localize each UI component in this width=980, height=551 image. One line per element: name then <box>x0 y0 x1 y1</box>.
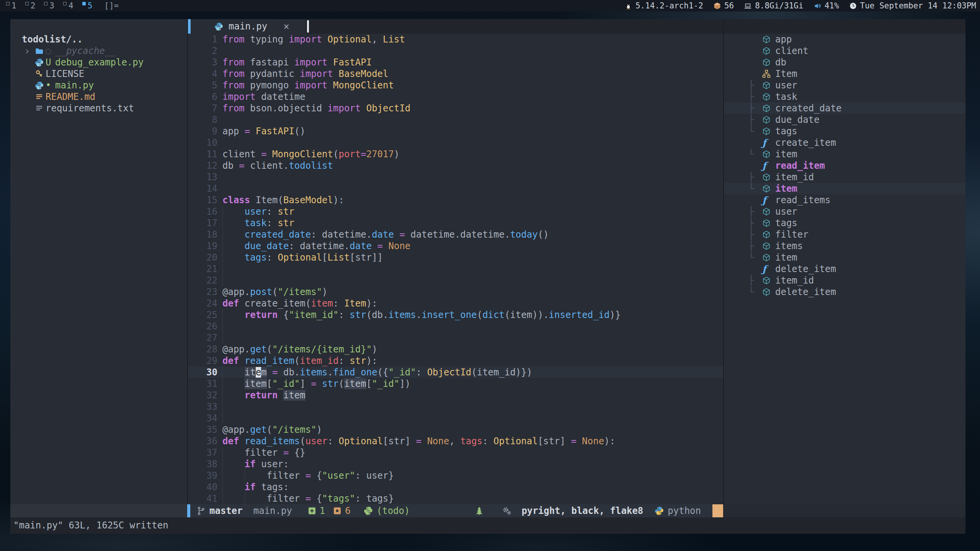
code-line-38[interactable]: 38 if user: <box>188 458 723 470</box>
code-text: filter = {"user": user} <box>222 470 394 481</box>
code-line-11[interactable]: 11client = MongoClient(port=27017) <box>188 148 723 160</box>
code-line-6[interactable]: 6import datetime <box>188 91 723 103</box>
tagbar-pane[interactable]: appclientdbItem├user├task├created_date├d… <box>724 34 965 504</box>
tag-read_item[interactable]: ƒread_item <box>724 160 965 171</box>
tag-user[interactable]: ├user <box>724 80 965 91</box>
tag-read_items[interactable]: ƒread_items <box>724 194 965 206</box>
code-text: item = db.items.find_one({"_id": ObjectI… <box>222 367 532 378</box>
code-line-13[interactable]: 13 <box>188 171 723 183</box>
tag-delete_item[interactable]: ƒdelete_item <box>724 263 965 275</box>
code-line-10[interactable]: 10 <box>188 137 723 148</box>
code-line-37[interactable]: 37 filter = {} <box>188 447 723 458</box>
tree-item-debug_example.py[interactable]: Udebug_example.py <box>10 57 187 68</box>
code-line-3[interactable]: 3from fastapi import FastAPI <box>188 57 723 68</box>
code-line-28[interactable]: 28@app.get("/items/{item_id}") <box>188 344 723 355</box>
chevron-right-icon[interactable]: › <box>24 45 35 57</box>
tag-delete_item[interactable]: └delete_item <box>724 286 965 298</box>
tree-item-label: debug_example.py <box>55 57 144 68</box>
tab-close-icon[interactable]: × <box>283 21 289 32</box>
tag-item[interactable]: └item <box>724 148 965 160</box>
code-line-20[interactable]: 20 tags: Optional[List[str]] <box>188 252 723 263</box>
tag-item[interactable]: └item <box>724 183 965 194</box>
editor-tagbar-separator[interactable] <box>723 19 724 517</box>
code-line-32[interactable]: 32 return item <box>188 390 723 401</box>
tree-connector: ├ <box>748 241 762 251</box>
tag-db[interactable]: db <box>724 57 965 68</box>
code-line-24[interactable]: 24def create_item(item: Item): <box>188 298 723 309</box>
code-line-15[interactable]: 15class Item(BaseModel): <box>188 194 723 206</box>
code-line-31[interactable]: 31 item["_id"] = str(item["_id"]) <box>188 378 723 390</box>
code-line-25[interactable]: 25 return {"item_id": str(db.items.inser… <box>188 309 723 321</box>
tag-Item[interactable]: Item <box>724 68 965 80</box>
code-line-29[interactable]: 29def read_item(item_id: str): <box>188 355 723 367</box>
code-line-9[interactable]: 9app = FastAPI() <box>188 126 723 137</box>
tag-tags[interactable]: └tags <box>724 126 965 137</box>
code-line-4[interactable]: 4from pydantic import BaseModel <box>188 68 723 80</box>
code-line-34[interactable]: 34 <box>188 412 723 424</box>
tagbar-statusline <box>723 504 965 517</box>
cube-icon <box>762 242 775 250</box>
file-tree-pane[interactable]: todolist/.. ›◌__pycache__Udebug_example.… <box>10 19 187 504</box>
tag-task[interactable]: ├task <box>724 91 965 103</box>
tree-item-LICENSE[interactable]: LICENSE <box>10 68 187 80</box>
code-line-41[interactable]: 41 filter = {"tags": tags} <box>188 493 723 504</box>
code-line-21[interactable]: 21 <box>188 263 723 275</box>
workspace-3[interactable]: 3 <box>42 1 61 11</box>
workspace-4[interactable]: 4 <box>61 1 80 11</box>
workspace-number: 3 <box>49 1 54 11</box>
tag-client[interactable]: client <box>724 45 965 57</box>
code-line-23[interactable]: 23@app.post("/items") <box>188 286 723 298</box>
tag-created_date[interactable]: ├created_date <box>724 103 965 114</box>
tag-item_id[interactable]: ├item_id <box>724 171 965 183</box>
workspace-2[interactable]: 2 <box>23 1 42 11</box>
tab-main-py[interactable]: main.py × <box>191 19 305 34</box>
tree-item-README.md[interactable]: README.md <box>10 91 187 103</box>
filetype-label: python <box>668 505 701 516</box>
tabline-caret <box>307 20 309 33</box>
code-editor[interactable]: 1from typing import Optional, List23from… <box>188 34 723 504</box>
module-penguin: 5.14.2-arch1-2 <box>624 1 703 10</box>
code-line-26[interactable]: 26 <box>188 321 723 332</box>
code-line-22[interactable]: 22 <box>188 275 723 286</box>
tag-filter[interactable]: ├filter <box>724 229 965 240</box>
code-line-36[interactable]: 36def read_items(user: Optional[str] = N… <box>188 435 723 447</box>
code-line-1[interactable]: 1from typing import Optional, List <box>188 34 723 45</box>
tag-items[interactable]: ├items <box>724 240 965 252</box>
git-status-mark: ◌ <box>46 46 55 56</box>
linter-list: pyright, black, flake8 <box>521 505 643 516</box>
code-text: import datetime <box>222 91 305 103</box>
code-line-5[interactable]: 5from pymongo import MongoClient <box>188 80 723 91</box>
code-line-40[interactable]: 40 if tags: <box>188 481 723 493</box>
workspace-1[interactable]: 1 <box>4 1 23 11</box>
code-line-2[interactable]: 2 <box>188 45 723 57</box>
tag-user[interactable]: ├user <box>724 206 965 217</box>
tag-app[interactable]: app <box>724 34 965 45</box>
code-line-8[interactable]: 8 <box>188 114 723 126</box>
line-number: 16 <box>188 206 217 217</box>
code-line-39[interactable]: 39 filter = {"user": user} <box>188 470 723 481</box>
workspace-5[interactable]: 5 <box>80 1 99 11</box>
tag-due_date[interactable]: ├due_date <box>724 114 965 126</box>
tree-editor-separator[interactable] <box>187 19 188 517</box>
tree-connector: ├ <box>748 103 762 114</box>
file-tree-root[interactable]: todolist/.. <box>22 34 83 45</box>
code-line-14[interactable]: 14 <box>188 183 723 194</box>
tag-item[interactable]: └item <box>724 252 965 263</box>
tree-item-__pycache__[interactable]: ›◌__pycache__ <box>10 45 187 57</box>
code-line-33[interactable]: 33 <box>188 401 723 412</box>
tag-item_id[interactable]: ├item_id <box>724 275 965 286</box>
workspace-number: 2 <box>31 1 36 11</box>
code-line-35[interactable]: 35@app.get("/items") <box>188 424 723 435</box>
code-line-30[interactable]: 30 item = db.items.find_one({"_id": Obje… <box>188 367 723 378</box>
tree-item-main.py[interactable]: •main.py <box>10 80 187 91</box>
code-line-19[interactable]: 19 due_date: datetime.date = None <box>188 240 723 252</box>
tree-item-requirements.txt[interactable]: requirements.txt <box>10 103 187 114</box>
code-line-16[interactable]: 16 user: str <box>188 206 723 217</box>
code-line-27[interactable]: 27 <box>188 332 723 344</box>
code-line-17[interactable]: 17 task: str <box>188 217 723 229</box>
tag-tags[interactable]: ├tags <box>724 217 965 229</box>
code-line-7[interactable]: 7from bson.objectid import ObjectId <box>188 103 723 114</box>
tag-create_item[interactable]: ƒcreate_item <box>724 137 965 148</box>
code-line-18[interactable]: 18 created_date: datetime.date = datetim… <box>188 229 723 240</box>
code-line-12[interactable]: 12db = client.todolist <box>188 160 723 171</box>
